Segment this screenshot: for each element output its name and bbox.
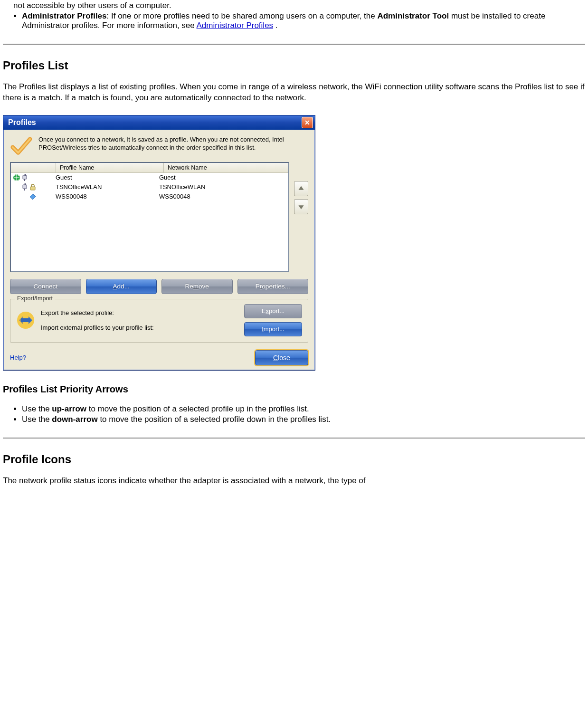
svg-rect-4	[23, 185, 27, 189]
tag-icon	[29, 193, 37, 200]
network-name-cell: WSS00048	[155, 193, 288, 200]
profile-icons-heading: Profile Icons	[3, 453, 585, 466]
text: .	[273, 21, 277, 30]
profile-name-cell: Guest	[52, 174, 155, 181]
window-title: Profiles	[8, 118, 36, 127]
network-name-cell: TSNOfficeWLAN	[155, 183, 288, 191]
list-row[interactable]: Guest Guest	[11, 173, 288, 182]
list-row[interactable]: TSNOfficeWLAN TSNOfficeWLAN	[11, 182, 288, 192]
col-profile-header: Profile Name	[56, 163, 164, 172]
connect-button[interactable]: Connect	[10, 279, 81, 294]
profile-name-cell: WSS00048	[52, 193, 155, 200]
svg-rect-5	[24, 183, 25, 185]
profile-name-cell: TSNOfficeWLAN	[52, 183, 155, 191]
globe-icon	[13, 174, 20, 181]
help-link[interactable]: Help?	[10, 354, 26, 361]
priority-list: Use the up-arrow to move the position of…	[3, 404, 585, 424]
export-button[interactable]: Export...	[244, 304, 302, 318]
priority-item: Use the up-arrow to move the position of…	[22, 404, 585, 414]
close-icon: ✕	[304, 119, 310, 126]
profile-icons-paragraph: The network profile status icons indicat…	[3, 476, 585, 487]
profiles-window: Profiles ✕ Once you connect to a network…	[3, 115, 315, 371]
titlebar: Profiles ✕	[3, 115, 315, 130]
svg-rect-2	[24, 174, 25, 176]
arrow-down-icon	[298, 203, 304, 210]
priority-arrows-heading: Profiles List Priority Arrows	[3, 384, 585, 395]
checkmark-icon	[10, 135, 32, 157]
arrow-up-icon	[298, 185, 304, 192]
text: : If one or more profiles need to be sha…	[107, 11, 378, 20]
text: not accessible by other users of a compu…	[13, 1, 171, 10]
col-network-header: Network Name	[164, 163, 288, 172]
divider	[3, 44, 585, 45]
svg-rect-7	[30, 187, 35, 190]
add-button[interactable]: Add...	[86, 279, 157, 294]
svg-rect-3	[25, 174, 26, 176]
export-import-legend: Export/Import	[15, 295, 55, 302]
admin-profiles-link[interactable]: Administrator Profiles	[197, 21, 274, 30]
bold-text: Administrator Tool	[377, 11, 449, 20]
lock-icon	[29, 183, 37, 191]
import-button[interactable]: Import...	[244, 322, 302, 336]
intro-trail-line: not accessible by other users of a compu…	[13, 1, 585, 10]
remove-button[interactable]: Remove	[161, 279, 233, 294]
list-header: Profile Name Network Name	[11, 163, 288, 173]
export-label: Export the selected profile:	[41, 309, 238, 316]
bold-text: Administrator Profiles	[22, 11, 107, 20]
window-body: Once you connect to a network, it is sav…	[3, 130, 315, 370]
close-button[interactable]: Close	[255, 350, 308, 365]
profiles-list-paragraph: The Profiles list displays a list of exi…	[3, 82, 585, 104]
priority-item: Use the down-arrow to move the position …	[22, 415, 585, 424]
profiles-list-heading: Profiles List	[3, 59, 585, 72]
svg-rect-1	[23, 175, 27, 179]
plug-icon	[21, 183, 28, 191]
intro-bullet-list: not accessible by other users of a compu…	[3, 1, 585, 30]
svg-rect-6	[25, 183, 26, 185]
plug-icon	[21, 174, 28, 181]
transfer-icon	[16, 311, 35, 330]
properties-button[interactable]: Properties...	[237, 279, 309, 294]
import-label: Import external profiles to your profile…	[41, 324, 238, 331]
profiles-listbox[interactable]: Profile Name Network Name Guest Guest	[10, 162, 289, 272]
network-name-cell: Guest	[155, 174, 288, 181]
move-up-button[interactable]	[294, 181, 308, 196]
admin-profiles-bullet: Administrator Profiles: If one or more p…	[22, 11, 585, 30]
window-close-button[interactable]: ✕	[302, 117, 313, 128]
list-row[interactable]: WSS00048 WSS00048	[11, 192, 288, 201]
col-icons-header	[11, 163, 56, 172]
window-intro-text: Once you connect to a network, it is sav…	[38, 135, 308, 157]
export-import-group: Export/Import Export the selected profil…	[10, 299, 308, 343]
divider	[3, 438, 585, 439]
move-down-button[interactable]	[294, 199, 308, 214]
